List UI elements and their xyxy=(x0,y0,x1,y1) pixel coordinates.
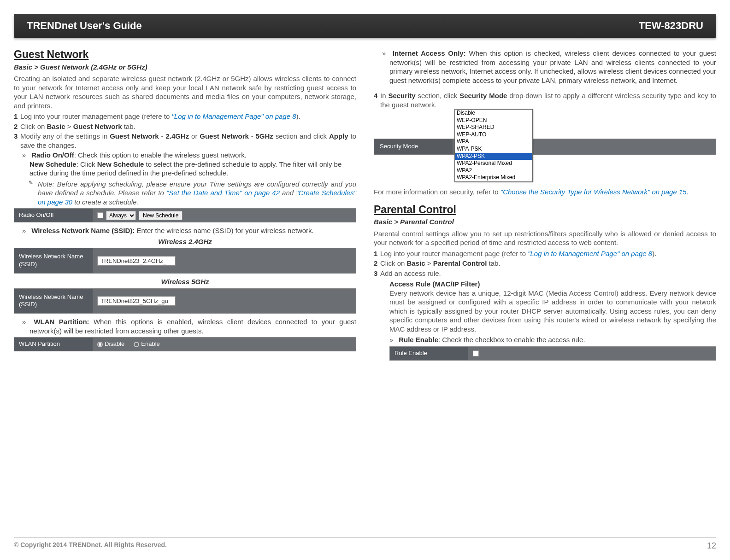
step-4: 4 In Security section, click Security Mo… xyxy=(374,91,716,109)
schedule-select[interactable]: Always xyxy=(106,211,136,220)
ssid-item: » Wireless Network Name (SSID): Enter th… xyxy=(29,226,356,235)
security-mode-figure: Security Mode Disable WEP-OPEN WEP-SHARE… xyxy=(374,109,716,187)
left-column: Guest Network Basic > Guest Network (2.4… xyxy=(14,48,356,364)
sec-opt[interactable]: Disable xyxy=(455,110,532,117)
login-page-link[interactable]: "Log in to Management Page" on page 8 xyxy=(528,250,652,257)
page-footer: © Copyright 2014 TRENDnet. All Rights Re… xyxy=(14,537,716,551)
login-page-link[interactable]: "Log in to Management Page" on page 8 xyxy=(172,112,296,120)
rule-enable-row: Rule Enable xyxy=(389,346,716,361)
security-more-info: For more information on security, refer … xyxy=(374,187,716,197)
rule-enable-label: Rule Enable xyxy=(390,347,468,360)
radio-icon xyxy=(97,342,103,347)
page-header: TRENDnet User's Guide TEW-823DRU xyxy=(14,14,716,38)
rule-enable-checkbox[interactable] xyxy=(473,350,479,356)
p-step-1: 1 Log into your router management page (… xyxy=(374,249,716,258)
step-3: 3 Modify any of the settings in Guest Ne… xyxy=(14,132,356,150)
sec-opt[interactable]: WPA-PSK xyxy=(455,146,532,153)
bullet-icon: » xyxy=(22,151,29,160)
right-column: » Internet Access Only: When this option… xyxy=(374,48,716,364)
bullet-icon: » xyxy=(22,317,29,327)
bullet-icon: » xyxy=(382,49,389,58)
sec-opt[interactable]: WPA2 xyxy=(455,167,532,175)
sec-opt-selected[interactable]: WPA2-PSK xyxy=(455,153,532,160)
step-1: 1 Log into your router management page (… xyxy=(14,112,356,121)
parental-control-heading: Parental Control xyxy=(374,203,716,217)
copyright: © Copyright 2014 TRENDnet. All Rights Re… xyxy=(14,541,167,551)
wlan-partition-label: WLAN Partition xyxy=(14,338,93,351)
parental-control-intro: Parental control settings allow you to s… xyxy=(374,229,716,247)
caption-24ghz: Wireless 2.4GHz xyxy=(14,237,356,246)
wlan-partition-item: » WLAN Partition: When this options is e… xyxy=(29,317,356,335)
wlan-enable-option[interactable]: Enable xyxy=(134,340,159,348)
ssid-24-row: Wireless Network Name (SSID) xyxy=(14,248,356,274)
guest-network-breadcrumb: Basic > Guest Network (2.4GHz or 5GHz) xyxy=(14,63,356,72)
wlan-disable-option[interactable]: Disable xyxy=(97,340,124,348)
bullet-icon: » xyxy=(389,335,397,344)
access-rule-block: Access Rule (MAC/IP Filter) Every networ… xyxy=(389,280,716,344)
step-2: 2 Click on Basic > Guest Network tab. xyxy=(14,122,356,131)
guest-steps: 1 Log into your router management page (… xyxy=(14,112,356,150)
security-mode-dropdown[interactable]: Disable WEP-OPEN WEP-SHARED WEP-AUTO WPA… xyxy=(454,109,533,182)
content-columns: Guest Network Basic > Guest Network (2.4… xyxy=(14,48,716,364)
access-rule-title: Access Rule (MAC/IP Filter) xyxy=(389,280,716,289)
wlan-partition-row: WLAN Partition Disable Enable xyxy=(14,337,356,351)
new-schedule-button[interactable]: New Schedule xyxy=(139,211,182,220)
guest-network-intro: Creating an isolated and separate wirele… xyxy=(14,74,356,110)
header-model: TEW-823DRU xyxy=(639,20,703,32)
p-step-2: 2 Click on Basic > Parental Control tab. xyxy=(374,259,716,268)
page-number: 12 xyxy=(707,541,716,551)
p-step-3: 3 Add an access rule. xyxy=(374,269,716,278)
sec-opt[interactable]: WPA2-Enterprise Mixed xyxy=(455,174,532,181)
ssid-5-row: Wireless Network Name (SSID) xyxy=(14,288,356,314)
header-title: TRENDnet User's Guide xyxy=(27,20,142,32)
sec-opt[interactable]: WEP-OPEN xyxy=(455,117,532,124)
internet-access-only-item: » Internet Access Only: When this option… xyxy=(389,49,716,85)
radio-onoff-label: Radio On/Off xyxy=(14,209,93,222)
set-date-time-link[interactable]: "Set the Date and Time" on page 42 xyxy=(166,189,280,197)
ssid-24-label: Wireless Network Name (SSID) xyxy=(14,248,93,273)
access-rule-desc: Every network device has a unique, 12-di… xyxy=(389,289,716,334)
radio-onoff-item: » Radio On/Off: Check this option to ena… xyxy=(29,151,356,178)
sec-opt[interactable]: WPA xyxy=(455,138,532,146)
caption-5ghz: Wireless 5GHz xyxy=(14,277,356,286)
ssid-5-input[interactable] xyxy=(97,296,176,306)
sec-opt[interactable]: WPA2-Personal Mixed xyxy=(455,160,532,167)
rule-enable-item: » Rule Enable: Check the checkbox to ena… xyxy=(389,335,716,344)
ssid-5-label: Wireless Network Name (SSID) xyxy=(14,289,93,314)
parental-control-breadcrumb: Basic > Parental Control xyxy=(374,217,716,227)
radio-icon xyxy=(134,342,139,347)
parental-steps: 1 Log into your router management page (… xyxy=(374,249,716,278)
ssid-24-input[interactable] xyxy=(97,256,176,266)
sec-opt[interactable]: WEP-AUTO xyxy=(455,131,532,139)
radio-onoff-row: Radio On/Off Always New Schedule xyxy=(14,208,356,222)
security-mode-label: Security Mode xyxy=(374,139,453,154)
bullet-icon: » xyxy=(22,226,29,235)
radio-onoff-checkbox[interactable] xyxy=(97,212,103,218)
security-type-link[interactable]: "Choose the Security Type for Wireless N… xyxy=(500,188,687,196)
sec-opt[interactable]: WEP-SHARED xyxy=(455,124,532,131)
schedule-note: Note: Before applying scheduling, please… xyxy=(38,180,356,207)
guest-network-heading: Guest Network xyxy=(14,48,356,62)
